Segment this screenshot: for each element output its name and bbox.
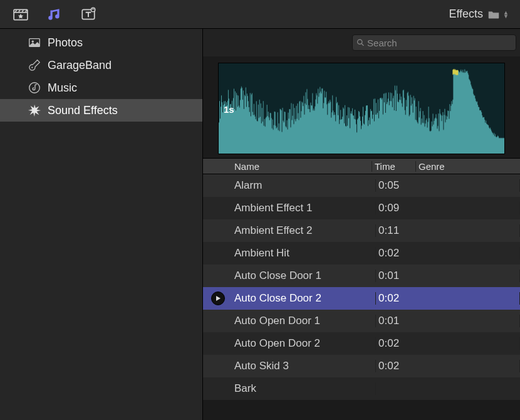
row-name: Ambient Effect 1 bbox=[233, 202, 376, 214]
sidebar-item-photos[interactable]: Photos bbox=[0, 31, 202, 54]
sidebar-item-music[interactable]: Music bbox=[0, 76, 202, 99]
sidebar-item-label: Sound Effects bbox=[48, 104, 118, 117]
play-button[interactable] bbox=[211, 291, 225, 305]
search-icon bbox=[356, 38, 365, 47]
sidebar-item-label: Music bbox=[48, 81, 77, 95]
row-name: Auto Skid 3 bbox=[233, 360, 376, 372]
row-name: Auto Open Door 1 bbox=[233, 315, 376, 327]
table-row[interactable]: Auto Open Door 10:01 bbox=[203, 310, 520, 332]
row-time: 0:02 bbox=[376, 337, 520, 350]
row-time: 0:02 bbox=[376, 247, 520, 260]
row-name: Ambient Hit bbox=[233, 247, 376, 260]
row-time: 0:05 bbox=[376, 179, 520, 192]
row-name: Auto Open Door 2 bbox=[233, 337, 376, 350]
row-time: 0:09 bbox=[376, 202, 520, 214]
content-pane: 1s Name Time Genre Alarm0:05Ambient Effe… bbox=[203, 29, 520, 420]
photos-icon bbox=[28, 36, 41, 50]
table-row[interactable]: Auto Open Door 20:02 bbox=[203, 332, 520, 355]
row-time: 0:01 bbox=[376, 270, 520, 282]
search-input[interactable] bbox=[367, 38, 512, 48]
sidebar-item-label: GarageBand bbox=[48, 59, 112, 72]
video-library-button[interactable] bbox=[11, 5, 30, 24]
row-time: 0:02 bbox=[376, 360, 520, 372]
sidebar-item-sound-effects[interactable]: Sound Effects bbox=[0, 99, 202, 122]
column-header-name[interactable]: Name bbox=[233, 161, 372, 172]
row-name: Ambient Effect 2 bbox=[233, 224, 376, 237]
chevron-updown-icon: ▲▼ bbox=[503, 11, 509, 18]
row-time: 0:02 bbox=[376, 292, 520, 305]
row-name: Auto Close Door 2 bbox=[233, 292, 376, 305]
play-icon bbox=[215, 295, 221, 302]
svg-point-6 bbox=[29, 83, 40, 93]
table-row[interactable]: Auto Skid 30:02 bbox=[203, 355, 520, 377]
waveform-preview[interactable]: 1s bbox=[218, 63, 505, 154]
effects-label: Effects bbox=[449, 8, 483, 21]
table-row[interactable]: Ambient Hit0:02 bbox=[203, 242, 520, 265]
clapperboard-star-icon bbox=[13, 6, 29, 23]
table-row[interactable]: Ambient Effect 10:09 bbox=[203, 197, 520, 219]
titles-icon bbox=[80, 6, 96, 23]
music-icon bbox=[28, 81, 41, 95]
music-notes-icon bbox=[46, 6, 63, 23]
row-time: 0:11 bbox=[376, 224, 520, 237]
sidebar-item-garageband[interactable]: GarageBand bbox=[0, 54, 202, 76]
audio-library-button[interactable] bbox=[45, 5, 64, 24]
row-name: Auto Close Door 1 bbox=[233, 270, 376, 282]
folder-icon bbox=[487, 8, 501, 21]
table-row[interactable]: Ambient Effect 20:11 bbox=[203, 219, 520, 242]
column-header-time[interactable]: Time bbox=[372, 161, 416, 172]
svg-point-5 bbox=[31, 67, 33, 68]
table-header: Name Time Genre bbox=[203, 158, 520, 174]
row-name: Bark bbox=[233, 382, 376, 395]
svg-point-4 bbox=[32, 41, 34, 43]
table-row[interactable]: Auto Close Door 20:02 bbox=[203, 287, 520, 310]
table-row[interactable]: Alarm0:05 bbox=[203, 174, 520, 197]
waveform-canvas bbox=[219, 63, 504, 154]
column-header-genre[interactable]: Genre bbox=[416, 161, 520, 172]
burst-icon bbox=[28, 103, 41, 117]
row-time: 0:01 bbox=[376, 315, 520, 327]
sidebar: PhotosGarageBandMusicSound Effects bbox=[0, 29, 203, 420]
toolbar: Effects ▲▼ bbox=[0, 0, 520, 29]
table-row[interactable]: Auto Close Door 10:01 bbox=[203, 265, 520, 287]
waveform-time-label: 1s bbox=[222, 103, 236, 115]
effects-folder-button[interactable]: ▲▼ bbox=[487, 8, 509, 21]
row-name: Alarm bbox=[233, 179, 376, 192]
sidebar-item-label: Photos bbox=[48, 36, 83, 50]
table-body: Alarm0:05Ambient Effect 10:09Ambient Eff… bbox=[203, 174, 520, 400]
guitar-icon bbox=[28, 58, 41, 72]
search-field[interactable] bbox=[352, 34, 516, 51]
titles-library-button[interactable] bbox=[79, 5, 98, 24]
table-row[interactable]: Bark bbox=[203, 377, 520, 400]
svg-point-7 bbox=[358, 39, 362, 44]
